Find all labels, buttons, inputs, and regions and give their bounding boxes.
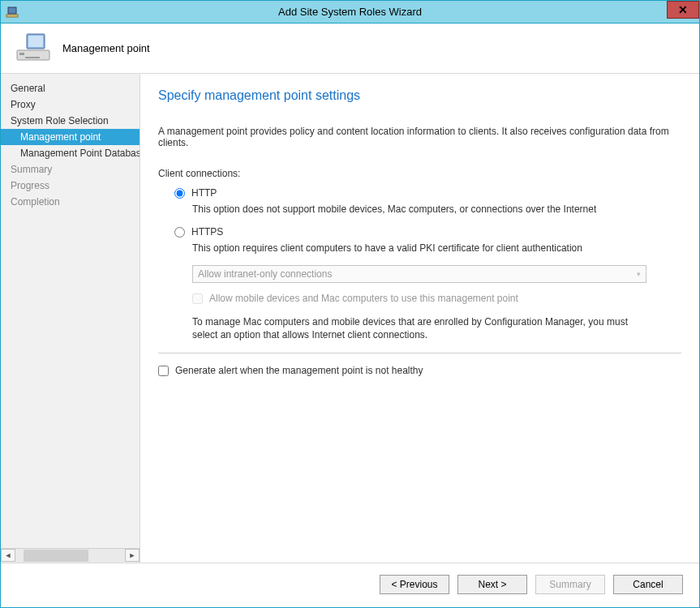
divider: [158, 353, 681, 353]
sidebar-item-label: Summary: [11, 164, 52, 175]
radio-https-row[interactable]: HTTPS: [158, 226, 681, 238]
radio-https-desc: This option requires client computers to…: [158, 242, 681, 254]
content-panel: Specify management point settings A mana…: [140, 74, 699, 563]
radio-https-label: HTTPS: [191, 226, 223, 238]
sidebar-item-completion[interactable]: Completion: [1, 194, 140, 210]
sidebar-item-label: Management Point Database: [20, 148, 140, 159]
chevron-down-icon: ▾: [637, 270, 641, 278]
radio-http[interactable]: [174, 188, 185, 199]
cancel-button[interactable]: Cancel: [613, 575, 683, 594]
sidebar-item-label: Progress: [11, 180, 49, 191]
sidebar-item-label: General: [11, 83, 45, 94]
wizard-nav-sidebar: General Proxy System Role Selection Mana…: [1, 74, 140, 563]
sidebar-item-system-role-selection[interactable]: System Role Selection: [1, 113, 140, 129]
svg-rect-3: [28, 36, 43, 47]
sidebar-scrollbar[interactable]: ◄ ►: [1, 548, 140, 563]
app-icon: [6, 6, 19, 19]
scroll-right-button[interactable]: ►: [125, 549, 140, 562]
sidebar-item-label: Management point: [20, 131, 101, 143]
radio-http-desc: This option does not support mobile devi…: [158, 203, 681, 215]
scroll-left-button[interactable]: ◄: [1, 549, 15, 562]
previous-button[interactable]: < Previous: [380, 575, 449, 594]
client-connections-label: Client connections:: [158, 168, 681, 179]
header-label: Management point: [62, 42, 150, 54]
sidebar-item-label: Completion: [11, 196, 60, 208]
window-title: Add Site System Roles Wizard: [1, 6, 699, 18]
titlebar: Add Site System Roles Wizard ✕: [1, 1, 699, 24]
sidebar-item-management-point-database[interactable]: Management Point Database: [1, 145, 140, 161]
sidebar-item-general[interactable]: General: [1, 80, 140, 96]
sidebar-item-summary[interactable]: Summary: [1, 161, 140, 178]
allow-mobile-checkbox-row: Allow mobile devices and Mac computers t…: [158, 293, 681, 304]
sidebar-item-label: Proxy: [11, 99, 36, 110]
header-strip: Management point: [1, 24, 699, 74]
sidebar-item-label: System Role Selection: [11, 115, 109, 126]
radio-http-row[interactable]: HTTP: [158, 187, 681, 199]
svg-rect-1: [6, 15, 18, 17]
window-close-button[interactable]: ✕: [667, 1, 699, 19]
sidebar-item-proxy[interactable]: Proxy: [1, 96, 140, 113]
select-value: Allow intranet-only connections: [198, 268, 332, 280]
allow-mobile-checkbox: [192, 293, 203, 304]
computer-icon: [15, 32, 51, 65]
info-text: To manage Mac computers and mobile devic…: [158, 315, 629, 341]
scroll-thumb[interactable]: [24, 550, 88, 562]
allow-mobile-label: Allow mobile devices and Mac computers t…: [209, 293, 518, 304]
summary-button: Summary: [535, 575, 605, 594]
sidebar-item-progress[interactable]: Progress: [1, 178, 140, 194]
wizard-footer: < Previous Next > Summary Cancel: [1, 563, 699, 606]
generate-alert-checkbox[interactable]: [158, 366, 169, 376]
generate-alert-checkbox-row[interactable]: Generate alert when the management point…: [158, 365, 681, 376]
svg-rect-0: [8, 7, 16, 14]
radio-https[interactable]: [174, 227, 185, 238]
svg-rect-6: [25, 57, 40, 58]
next-button[interactable]: Next >: [457, 575, 527, 594]
intro-text: A management point provides policy and c…: [158, 126, 681, 148]
scroll-track[interactable]: [15, 549, 125, 563]
generate-alert-label: Generate alert when the management point…: [175, 365, 423, 376]
page-title: Specify management point settings: [158, 88, 681, 103]
sidebar-item-management-point[interactable]: Management point: [1, 129, 140, 145]
svg-rect-5: [19, 53, 24, 55]
radio-http-label: HTTP: [191, 187, 217, 199]
close-icon: ✕: [678, 3, 688, 16]
connection-type-select: Allow intranet-only connections ▾: [192, 265, 646, 283]
